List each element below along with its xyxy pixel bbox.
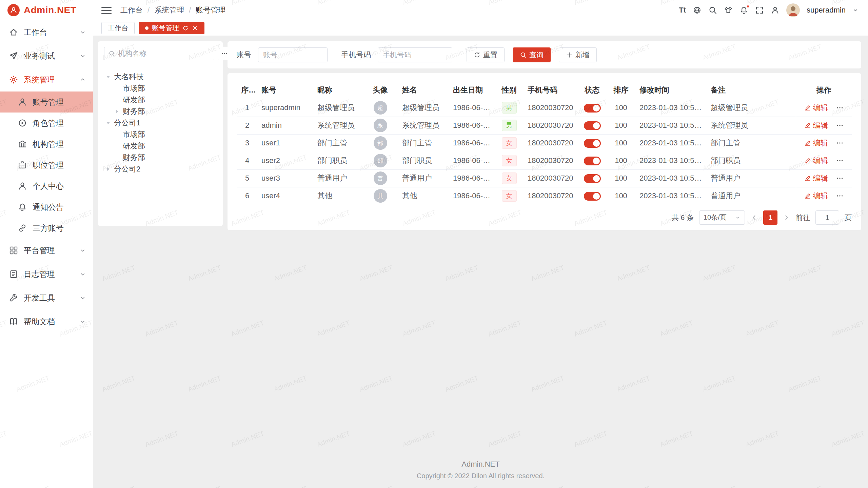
query-bar: 账号 手机号码 重置 查询 新增 bbox=[228, 41, 861, 68]
footer: Admin.NET Copyright © 2022 Dilon All rig… bbox=[93, 460, 868, 488]
chevron-down-icon[interactable] bbox=[852, 7, 859, 13]
tab-account-mgmt[interactable]: 账号管理 bbox=[139, 22, 204, 34]
cell-nickname: 系统管理员 bbox=[313, 117, 362, 134]
status-toggle[interactable] bbox=[584, 174, 601, 183]
status-toggle[interactable] bbox=[584, 157, 601, 165]
chevron-down-icon bbox=[79, 294, 86, 301]
phone-input[interactable] bbox=[378, 47, 452, 62]
sidebar-item-personal-center[interactable]: 个人中心 bbox=[0, 176, 93, 197]
chevron-down-icon bbox=[79, 318, 86, 325]
building-icon bbox=[18, 139, 27, 149]
edit-icon bbox=[804, 104, 811, 111]
profile-icon[interactable] bbox=[771, 6, 780, 15]
tree-node[interactable]: 研发部 bbox=[104, 94, 217, 106]
reset-button[interactable]: 重置 bbox=[467, 47, 505, 62]
footer-title: Admin.NET bbox=[93, 460, 868, 469]
prev-page-button[interactable] bbox=[750, 214, 758, 221]
tree-node[interactable]: 研发部 bbox=[104, 140, 217, 152]
sidebar-item-role-mgmt[interactable]: 角色管理 bbox=[0, 113, 93, 134]
row-more-button[interactable] bbox=[836, 104, 844, 111]
caret-down-icon[interactable] bbox=[105, 120, 112, 126]
caret-right-icon[interactable] bbox=[105, 166, 112, 172]
tab-close-icon[interactable] bbox=[192, 25, 198, 31]
username[interactable]: superadmin bbox=[807, 6, 846, 15]
app-logo[interactable]: Admin.NET bbox=[0, 0, 93, 20]
org-search-input[interactable] bbox=[118, 49, 210, 58]
role-icon bbox=[18, 118, 27, 128]
tree-node-label: 研发部 bbox=[123, 141, 145, 151]
edit-button[interactable]: 编辑 bbox=[804, 120, 828, 130]
tab-workbench[interactable]: 工作台 bbox=[101, 22, 135, 34]
notification-bell[interactable] bbox=[739, 6, 748, 15]
sidebar-item-position-mgmt[interactable]: 职位管理 bbox=[0, 155, 93, 176]
sidebar-item-notice[interactable]: 通知公告 bbox=[0, 197, 93, 218]
theme-icon[interactable] bbox=[724, 6, 733, 15]
breadcrumb-item[interactable]: 系统管理 bbox=[154, 5, 184, 15]
caret-down-icon[interactable] bbox=[105, 74, 112, 80]
account-input[interactable] bbox=[258, 47, 328, 62]
sidebar-item-log-mgmt[interactable]: 日志管理 bbox=[0, 262, 93, 286]
breadcrumb-item[interactable]: 工作台 bbox=[120, 5, 143, 15]
sidebar-item-business-test[interactable]: 业务测试 bbox=[0, 44, 93, 68]
sidebar-item-system-mgmt[interactable]: 系统管理 bbox=[0, 68, 93, 92]
cell-nickname: 其他 bbox=[313, 187, 362, 205]
tab-refresh-icon[interactable] bbox=[182, 25, 189, 31]
tree-node[interactable]: 市场部 bbox=[104, 83, 217, 94]
tree-node[interactable]: 财务部 bbox=[104, 152, 217, 163]
search-button[interactable]: 查询 bbox=[513, 47, 551, 62]
edit-icon bbox=[804, 157, 811, 164]
caret-right-icon[interactable] bbox=[114, 108, 120, 115]
row-more-button[interactable] bbox=[836, 157, 844, 164]
cell-index: 1 bbox=[237, 99, 257, 117]
row-more-button[interactable] bbox=[836, 192, 844, 200]
row-more-button[interactable] bbox=[836, 139, 844, 147]
page-size-select[interactable]: 10条/页 bbox=[699, 210, 745, 225]
search-icon[interactable] bbox=[708, 6, 717, 15]
edit-button[interactable]: 编辑 bbox=[804, 191, 828, 201]
sex-badge: 女 bbox=[502, 155, 517, 166]
goto-page-input[interactable] bbox=[815, 210, 839, 225]
next-page-button[interactable] bbox=[783, 214, 790, 221]
tree-node[interactable]: 市场部 bbox=[104, 129, 217, 140]
cell-account: user2 bbox=[257, 152, 313, 169]
sidebar-item-org-mgmt[interactable]: 机构管理 bbox=[0, 134, 93, 155]
row-avatar: 部 bbox=[374, 136, 387, 150]
cell-index: 2 bbox=[237, 117, 257, 134]
user-avatar[interactable] bbox=[786, 3, 800, 17]
status-toggle[interactable] bbox=[584, 192, 601, 201]
edit-button[interactable]: 编辑 bbox=[804, 173, 828, 183]
status-toggle[interactable] bbox=[584, 121, 601, 130]
cell-name: 其他 bbox=[398, 187, 449, 205]
sidebar-item-help-doc[interactable]: 帮助文档 bbox=[0, 310, 93, 333]
edit-button[interactable]: 编辑 bbox=[804, 138, 828, 148]
row-more-button[interactable] bbox=[836, 175, 844, 182]
sidebar-item-label: 机构管理 bbox=[33, 139, 86, 149]
current-page-button[interactable]: 1 bbox=[763, 210, 777, 225]
tree-node[interactable]: 分公司1 bbox=[104, 117, 217, 129]
tree-node-label: 财务部 bbox=[123, 106, 145, 117]
cell-modified-time: 2023-01-03 10:59:44 bbox=[635, 187, 707, 205]
cell-birth-date: 1986-06-28 bbox=[449, 134, 495, 152]
font-size-icon[interactable]: Tt bbox=[679, 6, 686, 15]
col-header: 操作 bbox=[796, 81, 852, 99]
menu-collapse-button[interactable] bbox=[101, 7, 112, 14]
table-row: 2 admin 系统管理员 系 系统管理员 1986-06-28 男 18020… bbox=[237, 117, 852, 134]
tree-node[interactable]: 大名科技 bbox=[104, 71, 217, 83]
tree-node[interactable]: 分公司2 bbox=[104, 163, 217, 175]
sidebar-item-dev-tools[interactable]: 开发工具 bbox=[0, 286, 93, 310]
sidebar-item-workbench[interactable]: 工作台 bbox=[0, 20, 93, 44]
refresh-icon bbox=[474, 52, 480, 58]
edit-button[interactable]: 编辑 bbox=[804, 103, 828, 113]
add-button[interactable]: 新增 bbox=[559, 47, 597, 62]
wrench-icon bbox=[9, 293, 18, 303]
sidebar-item-third-account[interactable]: 三方账号 bbox=[0, 218, 93, 239]
status-toggle[interactable] bbox=[584, 104, 601, 113]
globe-icon[interactable] bbox=[693, 6, 702, 15]
row-more-button[interactable] bbox=[836, 122, 844, 129]
status-toggle[interactable] bbox=[584, 139, 601, 148]
sidebar-item-account-mgmt[interactable]: 账号管理 bbox=[0, 92, 93, 113]
fullscreen-icon[interactable] bbox=[755, 6, 764, 15]
tree-node[interactable]: 财务部 bbox=[104, 106, 217, 117]
sidebar-item-platform-mgmt[interactable]: 平台管理 bbox=[0, 239, 93, 262]
edit-button[interactable]: 编辑 bbox=[804, 156, 828, 166]
